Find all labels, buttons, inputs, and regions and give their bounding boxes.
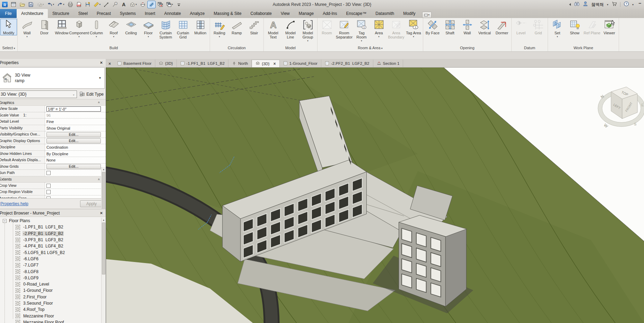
tree-item-label[interactable]: -4.PF4_B1 LGF4_B2 bbox=[23, 244, 64, 248]
view-tab-1-pf1-b1-lgf1-b2[interactable]: -1.PF1_B1 LGF1_B2 bbox=[177, 60, 229, 67]
close-inactive-views-icon[interactable] bbox=[156, 1, 164, 8]
ribbon-button-ceiling[interactable]: Ceiling bbox=[122, 19, 140, 35]
tree-item-1-pf1-b1-lgf1-b2[interactable]: -1.PF1_B1 LGF1_B2 bbox=[0, 224, 106, 230]
tree-item-2-first-floor[interactable]: 2.First_Floor bbox=[0, 294, 106, 300]
view-tab-3d[interactable]: {3D} bbox=[155, 60, 176, 67]
apply-button[interactable]: Apply bbox=[80, 200, 103, 207]
tree-item-label[interactable]: -1.PF1_B1 LGF1_B2 bbox=[23, 225, 64, 229]
view-tab-1-ground-floor[interactable]: 1-Ground_Floor bbox=[280, 60, 321, 67]
tree-root-label[interactable]: Floor Plans bbox=[8, 218, 31, 223]
checkbox[interactable] bbox=[46, 190, 51, 194]
close-icon[interactable]: × bbox=[273, 61, 276, 66]
panel-label-model[interactable]: Model bbox=[264, 44, 317, 51]
thin-lines-icon[interactable] bbox=[148, 1, 155, 8]
tree-item-4-roof-top[interactable]: 4.Roof_Top bbox=[0, 306, 106, 313]
ribbon-tab-analyze[interactable]: Analyze bbox=[185, 9, 209, 18]
ribbon-button-stair[interactable]: Stair bbox=[245, 19, 263, 35]
aligned-dimension-icon[interactable] bbox=[84, 1, 92, 8]
tree-item-7-lgf7[interactable]: -7.LGF7 bbox=[0, 262, 106, 268]
document-properties-icon[interactable] bbox=[10, 1, 17, 8]
tree-item-label[interactable]: 2.First_Floor bbox=[23, 295, 47, 299]
revit-logo-icon[interactable]: R bbox=[1, 1, 9, 8]
ribbon-tab-datasmith[interactable]: Datasmith bbox=[371, 9, 399, 18]
draw-line-icon[interactable] bbox=[103, 1, 110, 8]
view-tab-3d-active[interactable]: {3D}× bbox=[252, 60, 279, 67]
value-text[interactable]: Coordination bbox=[46, 145, 68, 149]
ribbon-button-level[interactable]: 1Level bbox=[512, 19, 530, 35]
ribbon-button-grid[interactable]: Grid bbox=[530, 19, 547, 35]
user-menu-dropdown-icon[interactable]: ▾ bbox=[607, 3, 608, 6]
tag-by-category-icon[interactable]: 1 bbox=[111, 1, 119, 8]
checkbox[interactable] bbox=[46, 171, 51, 175]
tree-item-0-road-level[interactable]: 0-Road_Level bbox=[0, 281, 106, 287]
view-tab-north[interactable]: North bbox=[228, 60, 252, 67]
value-text[interactable]: Fine bbox=[46, 120, 54, 124]
ribbon-button-set[interactable]: Set▾ bbox=[549, 19, 566, 38]
ribbon-tab-view[interactable]: View bbox=[276, 9, 294, 18]
properties-help-link[interactable]: Properties help bbox=[0, 201, 28, 206]
save-icon[interactable] bbox=[27, 1, 35, 8]
minimize-button[interactable]: – bbox=[638, 0, 641, 6]
tree-item-5-lgf5-b1-lgf5-b2[interactable]: -5.LGF5_B1 LGF5_B2 bbox=[0, 249, 106, 255]
ribbon-tab-manage[interactable]: Manage bbox=[294, 9, 318, 18]
ribbon-button-window[interactable]: Window bbox=[53, 19, 70, 35]
ribbon-button-modify[interactable]: Modify bbox=[1, 19, 17, 35]
close-icon[interactable]: × bbox=[99, 210, 104, 216]
tree-item-9-lgf9[interactable]: -9.LGF9 bbox=[0, 275, 106, 281]
ribbon-button-tag-area[interactable]: 1Tag Area▾ bbox=[405, 19, 422, 38]
collapse-box-icon[interactable] bbox=[3, 219, 7, 223]
help-icon[interactable]: ? bbox=[624, 1, 629, 8]
ribbon-button-by-face[interactable]: By Face bbox=[424, 19, 441, 35]
ribbon-button-wall[interactable]: Wall bbox=[459, 19, 476, 35]
view-tab-basement-floor[interactable]: Basement Floor bbox=[114, 60, 155, 67]
ribbon-button-dormer[interactable]: Dormer bbox=[493, 19, 511, 35]
section-header-graphics[interactable]: Graphics« bbox=[0, 99, 106, 106]
ribbon-button-roof[interactable]: Roof▾ bbox=[105, 19, 122, 38]
switch-windows-icon[interactable]: ▾ bbox=[165, 1, 174, 8]
tree-item-label[interactable]: 3.Seound_Floor bbox=[23, 301, 53, 306]
ribbon-button-show[interactable]: Show bbox=[566, 19, 583, 35]
search-icon[interactable] bbox=[574, 1, 580, 8]
collapse-icon[interactable]: « bbox=[97, 102, 101, 104]
collapse-search-icon[interactable] bbox=[569, 3, 571, 6]
ribbon-tab-steel[interactable]: Steel bbox=[74, 9, 92, 18]
value-text[interactable]: Show Original bbox=[46, 126, 70, 130]
ribbon-tab-modify[interactable]: Modify bbox=[399, 9, 420, 18]
open-file-icon[interactable] bbox=[18, 1, 26, 8]
tree-item-label[interactable]: Mezzanine Floor Roof bbox=[23, 320, 64, 323]
tree-item-6-lgf6[interactable]: -6.LGF6 bbox=[0, 256, 106, 262]
ribbon-button-model-line[interactable]: Model Line bbox=[282, 19, 299, 39]
ribbon-button-area-boundary[interactable]: Area Boundary bbox=[388, 19, 405, 39]
tree-item-2-pf2-b1-lgf2-b2[interactable]: -2.PF2_B1 LGF2_B2 bbox=[0, 230, 106, 237]
ribbon-tab-precast[interactable]: Precast bbox=[92, 9, 115, 18]
value-input[interactable]: 1/8" = 1'-0" bbox=[46, 106, 101, 112]
browser-scrollbar[interactable]: ▴ bbox=[101, 218, 106, 323]
tree-item-label[interactable]: -2.PF2_B1 LGF2_B2 bbox=[23, 231, 64, 236]
scroll-up-icon[interactable]: ▴ bbox=[102, 167, 106, 172]
panel-label-opening[interactable]: Opening bbox=[423, 44, 511, 51]
ribbon-tab-annotate[interactable]: Annotate bbox=[160, 9, 185, 18]
type-selector[interactable]: 3D View ramp ▼ bbox=[0, 67, 105, 89]
ribbon-button-vertical[interactable]: Vertical bbox=[476, 19, 493, 35]
export-pdf-icon[interactable]: PDF bbox=[75, 1, 83, 8]
tree-item-mezzanine-floor[interactable]: Mezzanine Floor bbox=[0, 313, 106, 319]
ribbon-display-toggle[interactable]: ▾ bbox=[422, 12, 432, 18]
ribbon-tab-add-ins[interactable]: Add-Ins bbox=[318, 9, 341, 18]
panel-label-work-plane[interactable]: Work Plane bbox=[548, 44, 619, 51]
value-text[interactable]: By Discipline bbox=[46, 152, 68, 156]
ribbon-button-room[interactable]: Room bbox=[318, 19, 336, 35]
tree-item-8-lgf8[interactable]: -8.LGF8 bbox=[0, 268, 106, 274]
undo-icon[interactable]: ▾ bbox=[46, 1, 55, 8]
ribbon-button-room-separator[interactable]: Room Separator bbox=[336, 19, 353, 39]
view-tab-section-1[interactable]: Section 1 bbox=[373, 60, 403, 67]
checkbox[interactable] bbox=[46, 184, 51, 188]
tree-item-3-seound-floor[interactable]: 3.Seound_Floor bbox=[0, 300, 106, 306]
ribbon-button-column[interactable]: Column▾ bbox=[88, 19, 105, 38]
view-selector[interactable]: 3D View: {3D} ⌄ bbox=[0, 90, 77, 98]
compass-south[interactable]: S bbox=[634, 122, 636, 126]
tree-item-label[interactable]: -8.LGF8 bbox=[23, 269, 39, 274]
user-avatar-icon[interactable] bbox=[583, 1, 588, 8]
ribbon-button-model-group[interactable]: Model Group▾ bbox=[299, 19, 316, 42]
ribbon-tab-enscape[interactable]: Enscape™ bbox=[342, 9, 371, 18]
panel-label-datum[interactable]: Datum bbox=[512, 44, 548, 51]
